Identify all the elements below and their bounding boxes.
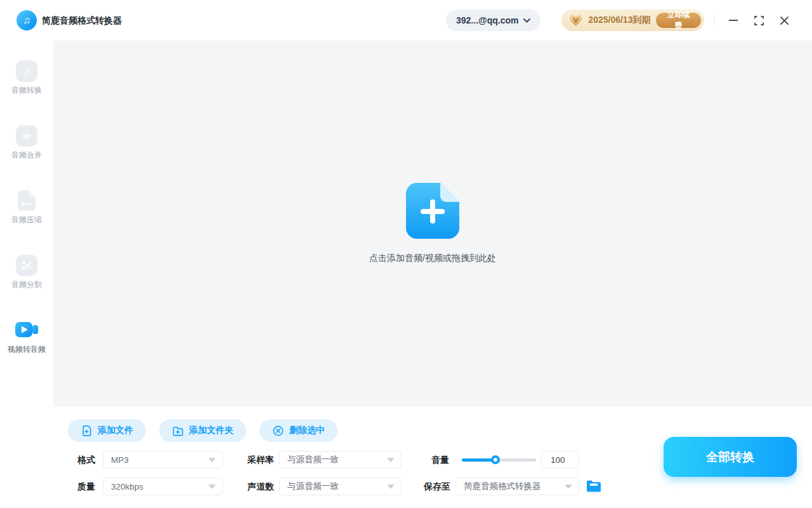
sidebar-item-label: 音频转换 — [11, 85, 42, 96]
channels-label: 声道数 — [247, 478, 274, 495]
add-folder-icon — [172, 425, 184, 437]
dropdown-arrow-icon — [387, 458, 395, 462]
sidebar-item-audio-split[interactable]: 音频分割 — [0, 255, 53, 290]
volume-slider[interactable] — [462, 451, 536, 469]
slider-fill — [462, 458, 495, 462]
format-value: MP3 — [111, 455, 129, 465]
close-button[interactable] — [776, 12, 792, 29]
format-label: 格式 — [77, 451, 95, 469]
format-select[interactable]: MP3 — [103, 451, 223, 469]
delete-selected-button[interactable]: 删除选中 — [259, 419, 337, 442]
app-logo-icon: ♫ — [16, 10, 37, 30]
add-file-label: 添加文件 — [98, 425, 133, 436]
save-to-value: 简鹿音频格式转换器 — [464, 481, 541, 492]
account-email: 392...@qq.com — [456, 15, 518, 25]
add-folder-button[interactable]: 添加文件夹 — [159, 419, 246, 442]
chevron-down-icon — [523, 18, 530, 23]
music-note-icon: ♪ — [16, 60, 37, 82]
account-dropdown[interactable]: 392...@qq.com — [446, 10, 540, 31]
delete-selected-label: 删除选中 — [289, 425, 325, 436]
video-camera-icon — [15, 318, 39, 341]
sidebar-item-label: 音频合并 — [11, 150, 42, 161]
renew-now-button[interactable]: 立即续费 — [656, 13, 701, 28]
maximize-icon — [754, 16, 764, 25]
quality-select[interactable]: 320kbps — [103, 478, 223, 495]
sidebar-item-video-to-audio[interactable]: 视频转音频 — [0, 318, 53, 355]
save-to-label: 保存至 — [424, 478, 450, 495]
add-folder-label: 添加文件夹 — [189, 425, 233, 436]
sidebar: ♪ 音频转换 音频合并 音频压缩 音频 — [0, 41, 53, 508]
close-icon — [780, 17, 789, 25]
open-folder-button[interactable] — [586, 479, 602, 493]
dropdown-arrow-icon — [208, 458, 216, 462]
sidebar-item-label: 音频分割 — [11, 279, 42, 290]
slider-thumb[interactable] — [491, 455, 500, 464]
channels-value: 与源音频一致 — [287, 481, 339, 492]
blue-folder-icon — [586, 479, 601, 492]
sidebar-item-audio-merge[interactable]: 音频合并 — [0, 125, 53, 161]
add-file-button[interactable]: 添加文件 — [68, 419, 146, 442]
volume-label: 音量 — [431, 451, 449, 469]
compressed-file-icon — [16, 190, 37, 211]
sidebar-item-label: 音频压缩 — [11, 215, 42, 225]
vip-expiry-date: 2025/06/13到期 — [588, 15, 650, 26]
minimize-button[interactable] — [725, 12, 742, 29]
dropzone[interactable]: 点击添加音频/视频或拖拽到此处 — [53, 41, 812, 406]
merge-arrows-icon — [16, 125, 37, 147]
maximize-button[interactable] — [750, 12, 767, 29]
sample-rate-label: 采样率 — [247, 451, 274, 469]
minimize-icon — [729, 20, 738, 21]
quality-label: 质量 — [77, 478, 95, 495]
dropdown-arrow-icon — [387, 485, 395, 489]
scissors-icon — [16, 255, 37, 276]
titlebar: ♫ 简鹿音频格式转换器 392...@qq.com 2025/06/13到期 立… — [0, 0, 812, 41]
sidebar-item-audio-compress[interactable]: 音频压缩 — [0, 190, 53, 225]
dropdown-arrow-icon — [208, 485, 216, 489]
convert-all-button[interactable]: 全部转换 — [664, 437, 797, 477]
add-file-large-icon[interactable] — [406, 183, 459, 239]
channels-select[interactable]: 与源音频一致 — [279, 478, 402, 495]
delete-icon — [272, 425, 284, 437]
vip-icon — [569, 14, 582, 27]
toolbar: 添加文件 添加文件夹 删除选中 — [68, 419, 337, 442]
app-title: 简鹿音频格式转换器 — [42, 15, 122, 27]
sample-rate-value: 与源音频一致 — [287, 454, 339, 465]
vip-badge: 2025/06/13到期 立即续费 — [561, 10, 704, 31]
quality-value: 320kbps — [111, 482, 143, 491]
add-file-icon — [81, 425, 93, 437]
sidebar-item-audio-convert[interactable]: ♪ 音频转换 — [0, 60, 53, 96]
sample-rate-select[interactable]: 与源音频一致 — [279, 451, 402, 469]
save-to-select[interactable]: 简鹿音频格式转换器 — [455, 478, 579, 495]
dropdown-arrow-icon — [565, 485, 572, 489]
volume-input[interactable] — [541, 451, 579, 469]
sidebar-item-label: 视频转音频 — [8, 344, 46, 355]
titlebar-divider — [714, 15, 715, 26]
dropzone-hint: 点击添加音频/视频或拖拽到此处 — [369, 253, 496, 264]
bottom-panel: 添加文件 添加文件夹 删除选中 格式 MP3 采样率 与源音频一致 音量 — [53, 406, 812, 508]
